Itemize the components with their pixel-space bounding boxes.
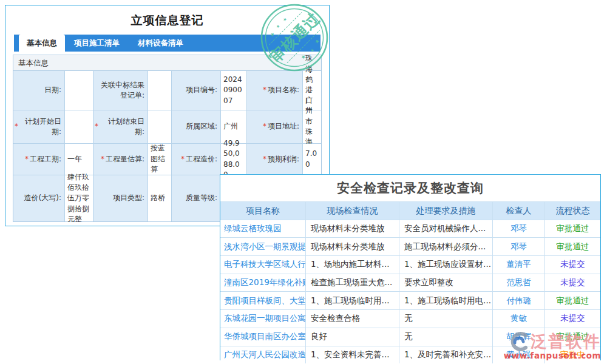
inspection-cell: 1、施工现场临时用... (306, 292, 399, 309)
measures-cell: 1、施工现场临时用电... (399, 292, 492, 309)
col-header-inspection: 现场检查情况 (306, 202, 399, 220)
linked-bid-result-input[interactable] (148, 71, 171, 110)
tab-bar: 基本信息 项目施工清单 材料设备清单 (14, 35, 320, 52)
project-address-value[interactable]: 广州市珠海市 (303, 110, 321, 143)
required-mark: * (263, 121, 266, 132)
required-mark: * (15, 121, 18, 132)
measures-cell: 1、及时完善和补充安... (399, 346, 492, 364)
expected-profit-value[interactable]: 7.00 (303, 144, 321, 175)
project-link[interactable]: 浅水湾小区一期景观提升 (220, 238, 305, 255)
project-type-label: 项目类型: (93, 175, 148, 221)
status-badge: 审批通过 (545, 238, 600, 255)
inspection-cell: 1、场地内施工材料... (306, 256, 399, 274)
project-link[interactable]: 潼南区2019年绿化补贴项 (220, 274, 305, 292)
date-input[interactable] (65, 71, 93, 110)
inspector-link[interactable]: 付伟璐 (493, 292, 544, 309)
required-mark: * (25, 154, 29, 164)
cost-in-words-value[interactable]: 肆仟玖佰玖拾伍万零捌拾捌元整 (65, 175, 93, 221)
window1-title: 立项信息登记 (5, 5, 329, 35)
desktop: 立项信息登记 基本信息 项目施工清单 材料设备清单 基本信息 日期: 关联中标结… (0, 0, 607, 364)
status-badge: 审批通过 (545, 292, 600, 309)
project-cost-label: * 工程造价: (172, 144, 220, 175)
project-name-label: * 项目名称: (247, 71, 302, 110)
region-label: 所属区域: (172, 110, 220, 143)
required-mark: * (263, 154, 266, 164)
cost-in-words-label: 造价(大写): (13, 175, 64, 221)
measures-cell: 施工现场材料必须分... (399, 238, 492, 255)
inspection-cell: 安全检查合格 (306, 310, 399, 328)
col-header-project: 项目名称 (220, 202, 305, 220)
required-mark: * (95, 121, 98, 132)
inspector-link[interactable]: 范思哲 (493, 274, 544, 292)
plan-end-date-input[interactable] (148, 110, 171, 143)
project-link[interactable]: 贵阳项目样板间、大堂、 (220, 292, 305, 309)
inspector-link[interactable]: 董清平 (493, 256, 544, 274)
quantity-estimate-value[interactable]: 按蓝图结算 (148, 144, 171, 175)
quantity-estimate-label: * 工程量估算: (93, 144, 148, 175)
project-type-value[interactable]: 路桥 (148, 175, 171, 221)
plan-end-date-label: * 计划结束日期: (93, 110, 148, 143)
linked-bid-result-label: 关联中标结果登记单: (93, 71, 148, 110)
tab-basic-info[interactable]: 基本信息 (19, 35, 65, 52)
col-header-measures: 处理要求及措施 (399, 202, 492, 220)
inspection-cell: 现场材料未分类堆放 (306, 220, 399, 238)
status-badge: 未提交 (545, 274, 600, 292)
project-link[interactable]: 绿城云栖玫瑰园 (220, 220, 305, 238)
inspection-cell: 现场材料未分类堆放 (306, 238, 399, 255)
status-badge: 未提交 (545, 310, 600, 328)
col-header-status: 流程状态 (545, 202, 600, 220)
project-link[interactable]: 电子科技大学区域人行道 (220, 256, 305, 274)
project-duration-label: * 工程工期: (13, 144, 64, 175)
inspection-cell: 良好 (306, 328, 399, 346)
plan-start-date-input[interactable] (65, 110, 93, 143)
quality-grade-label: 质量等级: (172, 175, 220, 221)
inspection-cell: 检查施工现场重大危... (306, 274, 399, 292)
required-mark: * (181, 154, 185, 164)
project-duration-value[interactable]: 一年 (65, 144, 93, 175)
date-label: 日期: (13, 71, 64, 110)
status-badge: 未提交 (545, 256, 600, 274)
plan-start-date-label: * 计划开始日期: (13, 110, 64, 143)
section-title: 基本信息 (13, 55, 321, 71)
project-link[interactable]: 广州天河人民公园改造工 (220, 346, 305, 364)
measures-cell: 1、施工现场应设置材... (399, 256, 492, 274)
required-mark: * (263, 85, 266, 95)
inspector-link[interactable]: 邓琴 (493, 238, 544, 255)
project-address-label: * 项目地址: (247, 110, 302, 143)
col-header-inspector: 检查人 (493, 202, 544, 220)
measures-cell: 要求立即整改 (399, 274, 492, 292)
inspector-link[interactable]: 黄敏 (493, 310, 544, 328)
window2-title: 安全检查记录及整改查询 (220, 175, 600, 201)
inspector-link[interactable]: 邓琴 (493, 220, 544, 238)
inspection-cell: 1、安全资料未完善... (306, 346, 399, 364)
project-number-value[interactable]: 2024090007 (221, 71, 246, 110)
measures-cell: 无 (399, 310, 492, 328)
expected-profit-label: * 预期利润: (247, 144, 302, 175)
project-cost-value[interactable]: 49,950,088.00 (221, 144, 246, 175)
measures-cell: 安全员对机械操作人... (399, 220, 492, 238)
required-mark: * (101, 154, 104, 164)
tab-construction-list[interactable]: 项目施工清单 (65, 35, 129, 52)
vendor-watermark: 泛普软件 www.fanpusoft.com (504, 331, 601, 360)
vendor-brand-name: 泛普软件 (531, 331, 601, 352)
vendor-url: www.fanpusoft.com (504, 351, 601, 360)
project-number-label: 项目编号: (172, 71, 220, 110)
fanpu-logo-icon (507, 332, 529, 351)
tab-material-equipment-list[interactable]: 材料设备清单 (129, 35, 192, 52)
project-link[interactable]: 华侨城项目南区办公室内 (220, 328, 305, 346)
project-link[interactable]: 东城花园一期项目公寓大 (220, 310, 305, 328)
measures-cell: 无 (399, 328, 492, 346)
status-badge: 审批通过 (545, 220, 600, 238)
